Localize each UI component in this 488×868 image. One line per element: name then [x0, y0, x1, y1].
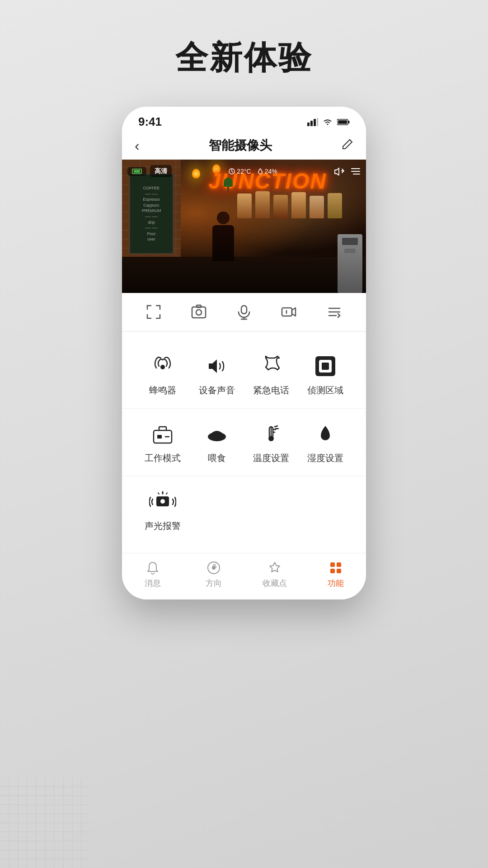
screenshot-button[interactable] [191, 304, 207, 320]
status-time: 9:41 [138, 115, 162, 129]
svg-rect-32 [241, 306, 247, 314]
svg-rect-43 [322, 363, 329, 370]
tab-functions[interactable]: 功能 [305, 561, 366, 589]
work-mode-button[interactable]: 工作模式 [136, 413, 190, 472]
status-bar: 9:41 [122, 107, 366, 133]
edit-button[interactable] [342, 138, 353, 153]
microphone-button[interactable] [236, 304, 252, 320]
page-title: 全新体验 [175, 36, 313, 80]
tab-functions-label: 功能 [328, 578, 344, 589]
svg-point-47 [208, 432, 226, 441]
svg-rect-29 [192, 307, 206, 318]
grid-icon [328, 561, 343, 575]
feeding-button[interactable]: 喂食 [190, 413, 244, 472]
temperature-info: 22°C [229, 168, 251, 175]
detect-zone-icon-wrap [312, 353, 339, 380]
svg-rect-45 [157, 435, 162, 439]
function-row-3: 声光报警 [122, 476, 366, 544]
svg-line-52 [275, 426, 277, 427]
counter [122, 257, 366, 293]
svg-rect-20 [314, 119, 316, 126]
person-silhouette [212, 212, 234, 261]
svg-rect-23 [348, 121, 350, 123]
tab-bar: 消息 方向 收藏点 功 [122, 553, 366, 599]
emergency-call-icon-wrap [258, 353, 285, 380]
star-icon [267, 561, 282, 575]
svg-rect-18 [307, 123, 310, 126]
function-row-1: 蜂鸣器 设备声音 [122, 341, 366, 408]
function-grid: 蜂鸣器 设备声音 [122, 332, 366, 553]
svg-point-40 [160, 365, 165, 369]
camera-right-controls [334, 167, 361, 175]
camera-view[interactable]: COFFEE── ──EspressoCappuccPREMIUM── ──dr… [122, 160, 366, 293]
svg-rect-63 [330, 569, 335, 573]
tab-messages[interactable]: 消息 [122, 561, 183, 589]
device-sound-label: 设备声音 [199, 384, 235, 396]
svg-line-57 [166, 493, 167, 494]
svg-rect-31 [197, 305, 201, 307]
alarm-button[interactable]: 声光报警 [136, 481, 190, 539]
svg-rect-61 [330, 562, 335, 567]
wifi-icon [323, 118, 333, 126]
svg-point-30 [196, 310, 202, 315]
svg-rect-19 [310, 121, 313, 126]
control-bar [122, 293, 366, 331]
temp-setting-button[interactable]: 温度设置 [244, 413, 298, 472]
shelf-products [233, 191, 361, 218]
detect-zone-button[interactable]: 侦测区域 [298, 345, 352, 404]
humidity-info: 24% [258, 168, 277, 175]
nav-bar: ‹ 智能摄像头 [122, 133, 366, 160]
humidity-icon-wrap [312, 420, 339, 448]
humidity-setting-button[interactable]: 湿度设置 [298, 413, 352, 472]
emergency-call-label: 紧急电话 [253, 384, 289, 396]
svg-rect-62 [337, 562, 341, 567]
feeding-icon-wrap [203, 420, 230, 448]
nav-title: 智能摄像头 [209, 137, 272, 154]
camera-battery-icon [132, 169, 142, 174]
tab-messages-label: 消息 [145, 578, 161, 589]
status-icons [307, 118, 350, 126]
svg-line-56 [158, 493, 159, 494]
tab-favorites-label: 收藏点 [263, 578, 287, 589]
svg-rect-64 [337, 569, 341, 573]
hd-badge[interactable]: 高清 [150, 165, 172, 177]
device-sound-button[interactable]: 设备声音 [190, 345, 244, 404]
function-row-2: 工作模式 喂食 [122, 409, 366, 476]
buzzer-button[interactable]: 蜂鸣器 [136, 345, 190, 404]
feeding-label: 喂食 [208, 452, 226, 464]
alarm-label: 声光报警 [145, 520, 181, 532]
chalkboard: COFFEE── ──EspressoCappuccPREMIUM── ──dr… [129, 173, 174, 255]
signal-icon [307, 118, 318, 126]
bell-icon [145, 561, 160, 575]
svg-rect-24 [338, 120, 347, 124]
buzzer-icon-wrap [149, 353, 176, 380]
phone-mockup: 9:41 ‹ 智能摄像头 [122, 107, 366, 599]
temp-setting-label: 温度设置 [253, 452, 289, 464]
camera-center-info: 22°C 24% [229, 168, 277, 175]
emergency-call-button[interactable]: 紧急电话 [244, 345, 298, 404]
camera-menu-icon[interactable] [351, 168, 361, 175]
tab-direction-label: 方向 [206, 578, 222, 589]
chalkboard-text: COFFEE── ──EspressoCappuccPREMIUM── ──dr… [142, 185, 161, 242]
back-button[interactable]: ‹ [135, 137, 140, 154]
battery-icon [337, 119, 350, 125]
svg-point-58 [160, 499, 165, 504]
camera-battery-badge [127, 167, 146, 176]
sound-icon[interactable] [334, 167, 344, 175]
humidity-setting-label: 湿度设置 [307, 452, 343, 464]
alarm-icon-wrap [149, 488, 176, 515]
svg-rect-21 [317, 118, 318, 126]
buzzer-label: 蜂鸣器 [149, 384, 176, 396]
coffee-machine [338, 234, 362, 293]
tab-favorites[interactable]: 收藏点 [244, 561, 305, 589]
work-mode-icon-wrap [149, 420, 176, 448]
device-sound-icon-wrap [203, 353, 230, 380]
hd-label: 高清 [155, 167, 167, 175]
temp-icon-wrap [258, 420, 285, 448]
record-button[interactable] [281, 304, 297, 320]
tab-direction[interactable]: 方向 [183, 561, 244, 589]
more-button[interactable] [326, 304, 343, 320]
fullscreen-button[interactable] [145, 304, 162, 320]
work-mode-label: 工作模式 [145, 452, 181, 464]
detect-zone-label: 侦测区域 [307, 384, 343, 396]
